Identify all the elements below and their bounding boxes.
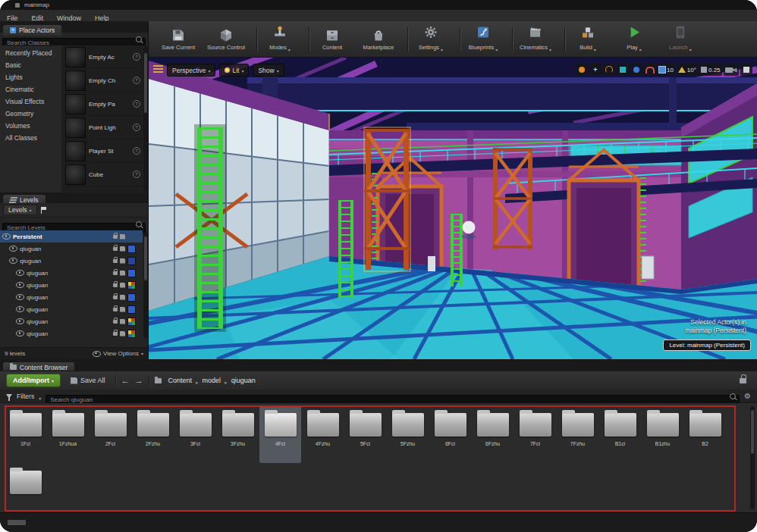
- level-row[interactable]: qiuguan: [0, 315, 143, 327]
- level-row[interactable]: qiuguan: [0, 327, 143, 340]
- level-color-chip[interactable]: [127, 318, 136, 326]
- lock-icon[interactable]: [113, 247, 118, 251]
- save-level-icon[interactable]: [120, 295, 125, 300]
- level-color-chip[interactable]: [127, 245, 136, 253]
- folder-tile[interactable]: 6Fzhu: [472, 405, 514, 463]
- lock-icon[interactable]: [740, 378, 746, 383]
- folder-tile[interactable]: 2Fci: [90, 405, 131, 463]
- camera-speed-button[interactable]: 4: [724, 64, 739, 76]
- blueprints-button[interactable]: Blueprints: [466, 24, 501, 55]
- rotation-snap-button[interactable]: 10°: [677, 64, 698, 76]
- scrollbar[interactable]: [143, 232, 148, 338]
- folder-tile[interactable]: 3Fzhu: [217, 405, 259, 463]
- level-row[interactable]: qiuguan: [0, 303, 143, 315]
- build-button[interactable]: Build: [570, 24, 605, 55]
- place-actor-item[interactable]: Empty Ac: [63, 45, 143, 69]
- category-lights[interactable]: Lights: [0, 71, 61, 83]
- folder-tile[interactable]: 1Fzhua: [47, 405, 89, 463]
- breadcrumb-item[interactable]: Content: [167, 377, 194, 384]
- scrollbar-thumb[interactable]: [144, 53, 147, 114]
- lock-icon[interactable]: [113, 271, 118, 275]
- level-row[interactable]: qiuguan: [0, 255, 143, 267]
- visibility-eye-icon[interactable]: [16, 306, 24, 312]
- level-color-chip[interactable]: [127, 305, 136, 314]
- levels-dropdown[interactable]: Levels: [3, 205, 37, 215]
- level-color-chip[interactable]: [127, 257, 136, 265]
- category-basic[interactable]: Basic: [0, 59, 61, 71]
- folder-tile[interactable]: 4Fci: [259, 405, 301, 463]
- visibility-eye-icon[interactable]: [9, 258, 17, 264]
- grid-snap-button[interactable]: 10: [658, 64, 675, 76]
- visibility-eye-icon[interactable]: [9, 246, 17, 252]
- save-level-icon[interactable]: [120, 307, 125, 312]
- visibility-eye-icon[interactable]: [16, 270, 24, 276]
- lock-icon[interactable]: [113, 283, 118, 287]
- scrollbar-thumb[interactable]: [751, 410, 754, 453]
- marketplace-button[interactable]: Marketplace: [361, 27, 396, 51]
- cycle-transform-icon[interactable]: [576, 64, 588, 76]
- place-actor-item[interactable]: Cube: [63, 163, 143, 186]
- perspective-dropdown[interactable]: Perspective: [167, 64, 215, 77]
- visibility-eye-icon[interactable]: [16, 318, 24, 324]
- folder-tile[interactable]: 3Fci: [174, 405, 216, 463]
- save-current-button[interactable]: Save Current: [161, 27, 196, 51]
- viewport[interactable]: Perspective Lit Show 10 10° 0.25 4 Sele: [149, 58, 757, 359]
- folder-tile[interactable]: B1zhu: [642, 405, 683, 463]
- category-all-classes[interactable]: All Classes: [0, 132, 61, 144]
- folder-tile[interactable]: 6Fci: [429, 405, 471, 463]
- level-row[interactable]: Persistent: [0, 230, 143, 243]
- details-icon[interactable]: [41, 207, 48, 214]
- maximize-viewport-icon[interactable]: [740, 64, 752, 76]
- visibility-eye-icon[interactable]: [16, 282, 24, 288]
- modes-button[interactable]: Modes: [262, 24, 297, 55]
- folder-tile[interactable]: [5, 463, 46, 512]
- save-all-button[interactable]: Save All: [66, 374, 110, 386]
- lit-dropdown[interactable]: Lit: [219, 64, 249, 77]
- lock-icon[interactable]: [113, 308, 118, 311]
- breadcrumb-item[interactable]: model: [201, 377, 223, 384]
- cinematics-button[interactable]: Cinematics: [518, 24, 553, 55]
- level-color-chip[interactable]: [127, 293, 136, 302]
- place-actor-item[interactable]: Empty Pa: [63, 92, 143, 116]
- lock-icon[interactable]: [113, 259, 118, 263]
- save-level-icon[interactable]: [120, 331, 125, 336]
- breadcrumb-item[interactable]: qiuguan: [230, 377, 257, 384]
- level-row[interactable]: qiuguan: [0, 279, 143, 291]
- folder-tile[interactable]: B2: [684, 405, 726, 463]
- save-level-icon[interactable]: [120, 319, 125, 324]
- lock-icon[interactable]: [113, 235, 118, 239]
- folder-tile[interactable]: 5Fci: [344, 405, 386, 463]
- level-row[interactable]: qiuguan: [0, 243, 143, 255]
- folder-tile[interactable]: 5Fzhu: [387, 405, 429, 463]
- folder-tile[interactable]: 4Fzhu: [302, 405, 344, 463]
- folder-tile[interactable]: B1ci: [599, 405, 641, 463]
- lock-icon[interactable]: [113, 296, 118, 299]
- play-button[interactable]: Play: [617, 24, 652, 55]
- save-level-icon[interactable]: [120, 246, 125, 252]
- sphere-actor[interactable]: [463, 221, 476, 234]
- visibility-eye-icon[interactable]: [2, 233, 11, 239]
- viewport-options-icon[interactable]: [153, 65, 163, 67]
- forward-button[interactable]: →: [135, 377, 143, 385]
- move-tool-icon[interactable]: [589, 64, 602, 76]
- level-color-chip[interactable]: [127, 281, 136, 289]
- save-level-icon[interactable]: [120, 283, 125, 288]
- scrollbar[interactable]: [143, 47, 148, 191]
- place-actor-item[interactable]: Player St: [63, 139, 143, 163]
- launch-button[interactable]: Launch: [663, 24, 698, 55]
- folder-tile[interactable]: 2Fzhu: [132, 405, 174, 463]
- view-options-button[interactable]: View Options: [93, 350, 143, 357]
- save-level-icon[interactable]: [120, 258, 125, 264]
- category-recently-placed[interactable]: Recently Placed: [0, 47, 61, 59]
- category-volumes[interactable]: Volumes: [0, 120, 61, 132]
- place-actor-item[interactable]: Point Ligh: [63, 116, 143, 139]
- visibility-eye-icon[interactable]: [16, 294, 24, 300]
- source-control-button[interactable]: Source Control: [207, 27, 245, 51]
- lock-icon[interactable]: [113, 332, 118, 336]
- save-level-icon[interactable]: [120, 271, 125, 276]
- surface-snap-icon[interactable]: [644, 64, 656, 76]
- rotate-tool-icon[interactable]: [603, 64, 615, 76]
- lock-icon[interactable]: [113, 320, 118, 324]
- folder-tile[interactable]: 7Fzhu: [557, 405, 598, 463]
- save-level-icon[interactable]: [120, 234, 125, 239]
